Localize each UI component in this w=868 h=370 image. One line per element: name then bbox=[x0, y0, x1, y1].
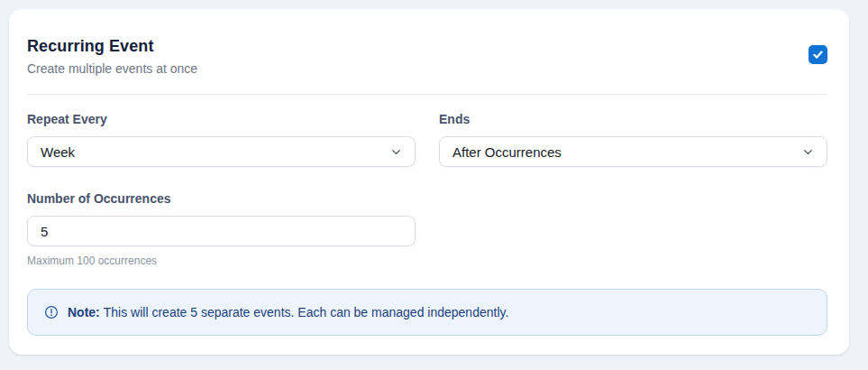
card-header: Recurring Event Create multiple events a… bbox=[27, 9, 827, 77]
recurring-event-card: Recurring Event Create multiple events a… bbox=[9, 9, 849, 355]
card-header-text: Recurring Event Create multiple events a… bbox=[27, 36, 197, 77]
repeat-every-value: Week bbox=[41, 144, 75, 160]
occurrences-label: Number of Occurrences bbox=[27, 191, 416, 207]
repeat-every-select[interactable]: Week bbox=[27, 136, 416, 167]
occurrences-field: Number of Occurrences Maximum 100 occurr… bbox=[27, 191, 416, 267]
chevron-down-icon bbox=[801, 145, 815, 159]
info-circle-icon bbox=[44, 305, 59, 319]
occurrences-helper: Maximum 100 occurrences bbox=[27, 254, 416, 267]
ends-select[interactable]: After Occurrences bbox=[439, 136, 827, 167]
card-subtitle: Create multiple events at once bbox=[27, 61, 197, 77]
card-title: Recurring Event bbox=[27, 36, 197, 56]
note-text: This will create 5 separate events. Each… bbox=[104, 305, 509, 319]
ends-label: Ends bbox=[439, 112, 827, 127]
page-background: Recurring Event Create multiple events a… bbox=[0, 0, 868, 370]
note-banner: Note:This will create 5 separate events.… bbox=[27, 289, 827, 336]
checkmark-icon bbox=[812, 49, 824, 60]
header-divider bbox=[27, 94, 827, 95]
chevron-down-icon bbox=[389, 145, 403, 159]
repeat-every-label: Repeat Every bbox=[27, 112, 416, 127]
repeat-settings-row: Repeat Every Week Ends After Occurrences bbox=[27, 112, 827, 167]
ends-field: Ends After Occurrences bbox=[439, 112, 827, 167]
repeat-every-field: Repeat Every Week bbox=[27, 112, 416, 167]
recurring-enabled-checkbox[interactable] bbox=[809, 45, 827, 64]
ends-value: After Occurrences bbox=[452, 144, 562, 160]
note-message: Note:This will create 5 separate events.… bbox=[68, 304, 508, 320]
occurrences-input[interactable] bbox=[27, 216, 416, 246]
note-prefix: Note: bbox=[68, 305, 100, 319]
